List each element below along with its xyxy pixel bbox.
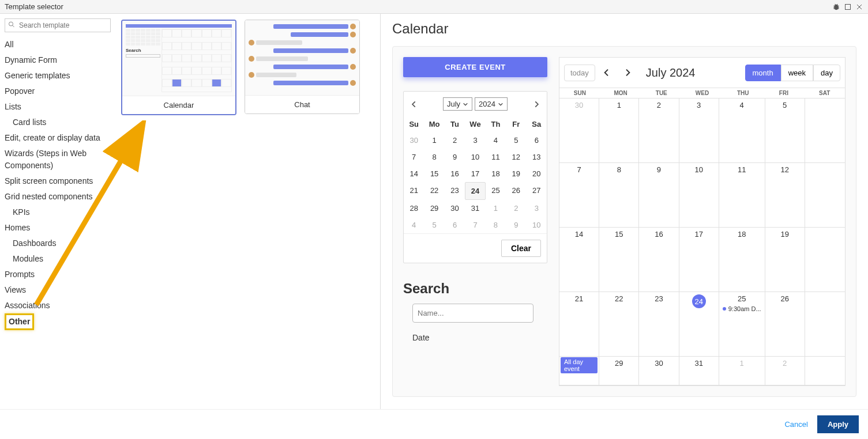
dp-day[interactable]: 26 [506,182,526,200]
big-cal-cell[interactable] [805,228,845,292]
big-cal-cell[interactable]: 19 [765,228,805,292]
dp-day[interactable]: 13 [527,149,547,165]
big-cal-cell[interactable]: 28All day event [559,357,599,385]
dp-day[interactable]: 30 [445,200,465,217]
dp-day[interactable]: 27 [527,182,547,200]
dp-day[interactable]: 25 [486,182,506,200]
dp-day[interactable]: 12 [506,149,526,165]
bug-icon[interactable] [832,3,840,11]
dp-day[interactable]: 4 [486,132,506,149]
sidebar-item-modules[interactable]: Modules [5,251,111,267]
template-card-calendar[interactable]: Search [121,20,236,115]
big-cal-cell[interactable]: 7 [559,163,599,228]
apply-button[interactable]: Apply [817,415,859,433]
sidebar-item-generic-templates[interactable]: Generic templates [5,68,111,84]
sidebar-item-edit-create-or-display-data[interactable]: Edit, create or display data [5,130,111,146]
big-cal-cell[interactable]: 4 [719,99,765,163]
dp-day[interactable]: 3 [527,200,547,217]
big-cal-cell[interactable]: 15 [599,228,639,292]
big-cal-cell[interactable]: 11 [719,163,765,228]
sidebar-item-lists[interactable]: Lists [5,99,111,115]
dp-day[interactable]: 31 [465,200,485,217]
dp-day[interactable]: 6 [445,217,465,233]
dp-day[interactable]: 3 [465,132,485,149]
dp-clear-button[interactable]: Clear [501,240,541,257]
big-cal-cell[interactable]: 2 [765,357,805,385]
big-cal-cell[interactable] [805,357,845,385]
big-cal-cell[interactable]: 30 [639,357,679,385]
dp-day[interactable]: 20 [527,165,547,182]
dp-day[interactable]: 1 [424,132,444,149]
view-day-button[interactable]: day [813,65,840,81]
dp-day[interactable]: 4 [404,217,424,233]
allday-event[interactable]: All day event [561,357,598,373]
big-cal-cell[interactable]: 259:30am D... [719,292,765,357]
dp-day[interactable]: 11 [486,149,506,165]
dp-day[interactable]: 29 [424,200,444,217]
dp-day[interactable]: 16 [445,165,465,182]
sidebar-item-dashboards[interactable]: Dashboards [5,236,111,251]
big-cal-cell[interactable]: 2 [639,99,679,163]
dp-day[interactable]: 23 [445,182,465,200]
dp-day[interactable]: 7 [404,149,424,165]
sidebar-item-grid-nested-components[interactable]: Grid nested components [5,189,111,205]
big-cal-cell[interactable]: 17 [679,228,719,292]
dp-day[interactable]: 1 [486,200,506,217]
event-item[interactable]: 9:30am D... [722,305,762,312]
dp-day[interactable]: 15 [424,165,444,182]
big-cal-cell[interactable]: 10 [679,163,719,228]
sidebar-item-split-screen-components[interactable]: Split screen components [5,173,111,189]
sidebar-item-popover[interactable]: Popover [5,84,111,99]
big-cal-cell[interactable]: 8 [599,163,639,228]
big-cal-cell[interactable]: 30 [559,99,599,163]
close-icon[interactable] [855,3,863,11]
dp-day[interactable]: 22 [424,182,444,200]
sidebar-item-card-lists[interactable]: Card lists [5,115,111,130]
big-cal-cell[interactable]: 16 [639,228,679,292]
dp-day[interactable]: 7 [465,217,485,233]
dp-day[interactable]: 9 [445,149,465,165]
big-cal-cell[interactable]: 5 [765,99,805,163]
dp-next-icon[interactable] [531,99,542,110]
dp-day[interactable]: 8 [424,149,444,165]
big-cal-cell[interactable]: 21 [559,292,599,357]
big-cal-cell[interactable]: 1 [719,357,765,385]
sidebar-item-homes[interactable]: Homes [5,220,111,236]
dp-year-select[interactable]: 2024 [475,97,508,111]
big-cal-cell[interactable]: 9 [639,163,679,228]
dp-day[interactable]: 2 [506,200,526,217]
create-event-button[interactable]: CREATE EVENT [403,57,547,77]
dp-prev-icon[interactable] [408,99,420,110]
today-button[interactable]: today [564,65,595,81]
dp-day[interactable]: 24 [465,182,485,200]
big-cal-cell[interactable]: 18 [719,228,765,292]
sidebar-item-associations[interactable]: Associations [5,298,111,313]
cal-prev-icon[interactable] [598,63,616,82]
big-cal-cell[interactable]: 31 [679,357,719,385]
search-name-input[interactable] [412,304,533,323]
maximize-icon[interactable] [844,3,852,11]
big-cal-cell[interactable]: 3 [679,99,719,163]
sidebar-item-dynamic-form[interactable]: Dynamic Form [5,52,111,68]
template-card-chat[interactable]: Chat [245,20,360,114]
sidebar-item-all[interactable]: All [5,37,111,52]
dp-day[interactable]: 18 [486,165,506,182]
dp-day[interactable]: 19 [506,165,526,182]
big-cal-cell[interactable] [805,292,845,357]
dp-day[interactable]: 5 [424,217,444,233]
dp-day[interactable]: 9 [506,217,526,233]
dp-day[interactable]: 10 [527,217,547,233]
big-cal-cell[interactable]: 22 [599,292,639,357]
dp-day[interactable]: 14 [404,165,424,182]
dp-day[interactable]: 28 [404,200,424,217]
dp-day[interactable]: 10 [465,149,485,165]
dp-month-select[interactable]: July [443,97,472,111]
big-cal-cell[interactable]: 1 [599,99,639,163]
sidebar-item-prompts[interactable]: Prompts [5,267,111,282]
cancel-button[interactable]: Cancel [784,420,807,429]
big-cal-cell[interactable]: 12 [765,163,805,228]
dp-day[interactable]: 8 [486,217,506,233]
dp-day[interactable]: 17 [465,165,485,182]
dp-day[interactable]: 21 [404,182,424,200]
big-cal-cell[interactable] [805,99,845,163]
